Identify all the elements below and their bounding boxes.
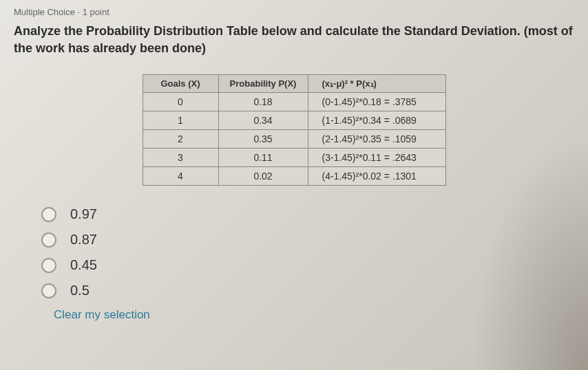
radio-icon[interactable]	[41, 283, 56, 298]
table-row: 2 0.35 (2-1.45)²*0.35 = .1059	[143, 130, 445, 149]
option-d[interactable]: 0.5	[41, 283, 574, 298]
radio-icon[interactable]	[41, 207, 56, 222]
table-header-goals: Goals (X)	[143, 75, 218, 93]
option-a[interactable]: 0.97	[41, 206, 574, 222]
cell-p: 0.11	[218, 149, 308, 167]
table-header-calculation: (x₁-μ)² * P(x₁)	[308, 75, 445, 93]
option-label: 0.5	[70, 283, 90, 298]
table-row: 0 0.18 (0-1.45)²*0.18 = .3785	[143, 93, 445, 111]
cell-x: 4	[143, 167, 218, 186]
option-label: 0.97	[70, 206, 97, 222]
cell-p: 0.02	[218, 167, 308, 186]
cell-x: 1	[143, 111, 218, 130]
radio-icon[interactable]	[41, 232, 56, 248]
table-row: 3 0.11 (3-1.45)²*0.11 = .2643	[143, 149, 445, 167]
option-label: 0.45	[70, 257, 97, 273]
cell-calc: (3-1.45)²*0.11 = .2643	[308, 149, 445, 167]
question-text: Analyze the Probability Distribution Tab…	[14, 23, 574, 57]
cell-p: 0.34	[218, 111, 308, 130]
cell-x: 0	[143, 93, 218, 111]
table-header-probability: Probability P(X)	[218, 75, 308, 93]
cell-calc: (0-1.45)²*0.18 = .3785	[308, 93, 445, 111]
cell-calc: (2-1.45)²*0.35 = .1059	[308, 130, 445, 149]
cell-calc: (1-1.45)²*0.34 = .0689	[308, 111, 445, 130]
cell-x: 2	[143, 130, 218, 149]
cell-x: 3	[143, 149, 218, 167]
cell-p: 0.35	[218, 130, 308, 149]
distribution-table-wrap: Goals (X) Probability P(X) (x₁-μ)² * P(x…	[14, 74, 574, 186]
cell-p: 0.18	[218, 93, 308, 111]
question-meta: Multiple Choice · 1 point	[14, 7, 574, 17]
radio-icon[interactable]	[41, 258, 56, 273]
table-row: 4 0.02 (4-1.45)²*0.02 = .1301	[143, 167, 445, 186]
answer-options: 0.97 0.87 0.45 0.5	[41, 206, 574, 298]
cell-calc: (4-1.45)²*0.02 = .1301	[308, 167, 445, 186]
clear-selection-link[interactable]: Clear my selection	[54, 308, 574, 322]
option-c[interactable]: 0.45	[41, 257, 574, 273]
distribution-table: Goals (X) Probability P(X) (x₁-μ)² * P(x…	[143, 74, 446, 186]
table-row: 1 0.34 (1-1.45)²*0.34 = .0689	[143, 111, 445, 130]
option-b[interactable]: 0.87	[41, 232, 574, 248]
option-label: 0.87	[70, 232, 97, 248]
